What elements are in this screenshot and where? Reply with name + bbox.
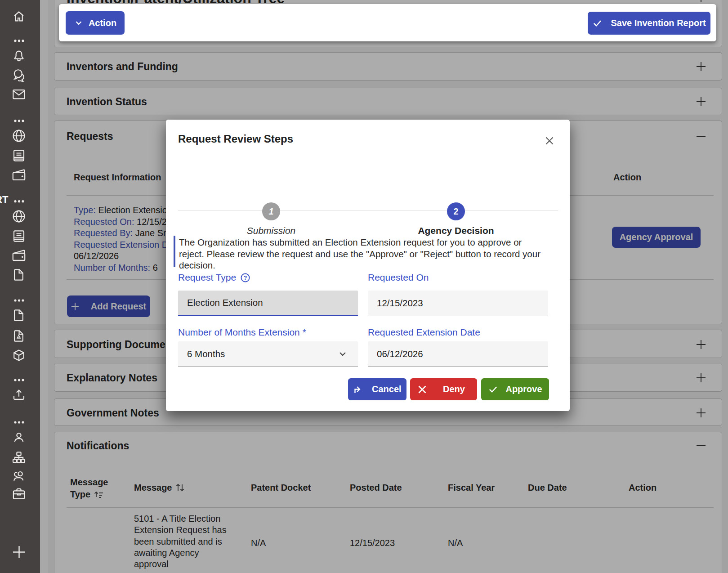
svg-text:RT: RT (0, 194, 9, 205)
svg-text:?: ? (244, 275, 247, 281)
